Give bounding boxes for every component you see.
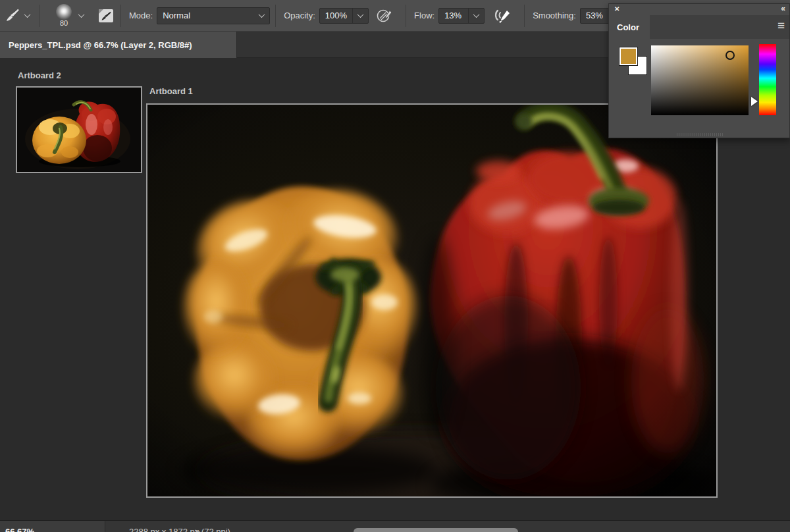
color-panel: ✕ « Color ≡ <box>608 3 790 138</box>
brush-tool-preset[interactable] <box>0 7 34 24</box>
document-dimensions: 2288 px x 1872 px (72 ppi) <box>129 527 230 532</box>
close-icon[interactable]: ✕ <box>614 5 619 13</box>
color-panel-header: ✕ « <box>609 4 789 15</box>
foreground-color-swatch[interactable] <box>619 47 637 65</box>
divider <box>120 5 121 27</box>
blend-mode-value: Normal <box>163 11 190 20</box>
opacity-dropdown[interactable]: 100% <box>319 8 369 24</box>
opacity-value: 100% <box>320 11 352 20</box>
opacity-chevron[interactable] <box>352 9 368 23</box>
flow-label: Flow: <box>414 11 434 20</box>
divider <box>275 5 276 27</box>
flow-value: 13% <box>439 11 468 20</box>
collapse-panel-icon[interactable]: « <box>781 4 785 13</box>
artboard-2-canvas[interactable] <box>16 86 142 173</box>
document-tab[interactable]: Peppers_TPL.psd @ 66.7% (Layer 2, RGB/8#… <box>0 32 237 58</box>
reference-photo-peppers <box>17 88 141 172</box>
divider <box>39 5 40 27</box>
color-panel-body <box>609 39 789 132</box>
saturation-brightness-field[interactable] <box>651 45 749 115</box>
artboard-1-label[interactable]: Artboard 1 <box>149 86 193 96</box>
panel-resize-grip[interactable] <box>677 133 723 136</box>
status-options-chevron-icon[interactable]: > <box>195 527 200 532</box>
tab-color[interactable]: Color <box>609 15 650 39</box>
hue-ramp[interactable] <box>759 44 776 115</box>
flow-chevron[interactable] <box>468 9 484 23</box>
divider <box>406 5 406 27</box>
blend-mode-chevron-icon <box>259 11 265 18</box>
blend-mode-dropdown[interactable]: Normal <box>157 7 270 24</box>
color-panel-tabs: Color ≡ <box>609 15 789 39</box>
toggle-brush-settings-button[interactable] <box>97 7 115 25</box>
color-tab-label: Color <box>617 22 639 32</box>
brush-size-value: 80 <box>60 19 68 27</box>
artboard-1-canvas[interactable] <box>146 103 718 498</box>
pepper-painting <box>147 105 716 496</box>
pressure-opacity-toggle-button[interactable] <box>375 7 394 25</box>
hue-slider-arrow-icon[interactable] <box>751 97 758 106</box>
smoothing-label: Smoothing: <box>533 11 576 20</box>
color-picker-ring-icon[interactable] <box>725 51 735 60</box>
divider <box>524 5 525 27</box>
opacity-label: Opacity: <box>284 11 315 20</box>
horizontal-scrollbar-thumb[interactable] <box>354 528 518 532</box>
zoom-level-field[interactable]: 66.67% <box>0 521 105 532</box>
brush-size-picker[interactable]: 80 <box>45 4 88 27</box>
flow-chevron-icon <box>473 11 480 18</box>
status-bar: 66.67% 2288 px x 1872 px (72 ppi) > <box>0 520 790 532</box>
airbrush-toggle-button[interactable] <box>491 7 512 25</box>
flow-dropdown[interactable]: 13% <box>438 8 485 24</box>
artboard-2-label[interactable]: Artboard 2 <box>18 70 61 80</box>
mode-label: Mode: <box>129 11 153 20</box>
smoothing-value: 53% <box>581 11 610 20</box>
brush-tip-preview: 80 <box>53 4 75 27</box>
brush-tool-icon <box>4 7 21 24</box>
opacity-chevron-icon <box>357 11 364 18</box>
document-tab-title: Peppers_TPL.psd @ 66.7% (Layer 2, RGB/8#… <box>9 40 192 50</box>
brush-preset-chevron-icon <box>24 11 31 18</box>
panel-menu-icon[interactable]: ≡ <box>777 19 785 32</box>
zoom-level-value: 66.67% <box>5 527 34 532</box>
soft-round-brush-icon <box>56 4 72 20</box>
brush-size-chevron-icon <box>78 11 85 18</box>
